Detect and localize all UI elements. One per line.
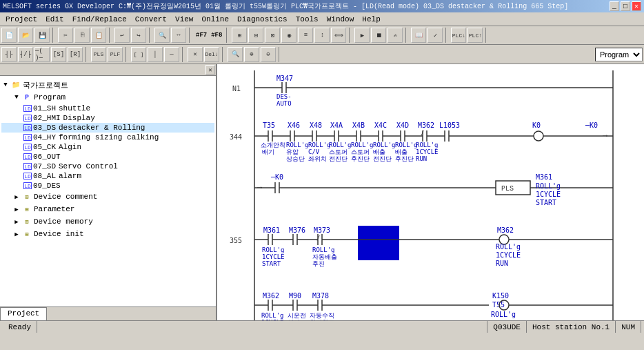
tree-item-04hy[interactable]: LD 04_HY forming sizing calking — [1, 133, 214, 142]
tree-item-02hmi[interactable]: LD 02_HMI Display — [1, 113, 214, 123]
tb-btn-6[interactable]: ↕ — [314, 28, 330, 43]
tb2-reset[interactable]: [R] — [68, 47, 83, 62]
tb-open[interactable]: 📂 — [18, 28, 33, 43]
tb2-pls[interactable]: PLS — [91, 47, 106, 62]
tb2-zoom-out[interactable]: ⊖ — [261, 47, 276, 62]
tb-plc-read[interactable]: PLC↑ — [467, 28, 483, 43]
maximize-button[interactable]: □ — [621, 1, 630, 11]
tb-btn-2[interactable]: ⊟ — [248, 28, 263, 43]
tab-project[interactable]: Project — [0, 307, 47, 320]
item-icon-02hmi: LD — [23, 115, 32, 121]
contact-addr-x4c: X4C — [374, 121, 387, 129]
tb2-vert-line[interactable]: │ — [148, 47, 163, 62]
tb2-plf[interactable]: PLF — [108, 47, 123, 62]
tb-btn-7[interactable]: ⟺ — [331, 28, 346, 43]
menu-window[interactable]: Window — [323, 14, 359, 25]
tb-btn-4[interactable]: ◉ — [281, 28, 296, 43]
tb-replace[interactable]: ↔ — [171, 28, 186, 43]
contact-label-x4ab: 스토퍼 — [329, 148, 348, 155]
tb-copy[interactable]: ⎘ — [74, 28, 90, 43]
menu-edit[interactable]: Edit — [41, 14, 68, 25]
toolbar-sep-4 — [189, 28, 192, 43]
tree-item-03ds[interactable]: LD 03_DS destacker & Rolling — [1, 123, 214, 133]
tree-item-06out[interactable]: LD 06_OUT — [1, 152, 214, 162]
tb-paste[interactable]: 📋 — [91, 28, 106, 43]
coil-label-m362-355c: 1CYCLE — [496, 251, 521, 259]
item-label-07sd: Servo Control — [59, 162, 118, 171]
item-icon-06out: LD — [23, 153, 32, 160]
root-label: 국가프로젝트 — [23, 80, 68, 90]
tree-device-init[interactable]: ▶ ⊞ Device init — [1, 228, 214, 240]
menu-view[interactable]: View — [171, 14, 197, 25]
tb2-search[interactable]: 🔍 — [228, 47, 243, 62]
item-icon-05ck: LD — [23, 144, 32, 150]
status-host: Host station No.1 — [527, 321, 616, 333]
tb-monitor[interactable]: ▶ — [354, 28, 370, 43]
tb-cut[interactable]: ✂ — [58, 28, 73, 43]
tree-item-05ck[interactable]: LD 05_CK Algin — [1, 142, 214, 152]
menu-diagnostics[interactable]: Diagnostics — [233, 14, 292, 25]
contact-label-t35b: 배기 — [262, 148, 274, 155]
program-select[interactable]: Program — [595, 48, 643, 61]
menu-findreplace[interactable]: Find/Replace — [68, 14, 131, 25]
coil-label-m361c: 1CYCLE — [536, 191, 561, 198]
menu-online[interactable]: Online — [197, 14, 233, 25]
tb-read[interactable]: 📖 — [411, 28, 426, 43]
tree-item-09des[interactable]: LD 09_DES — [1, 181, 214, 191]
tb2-zoom-in[interactable]: ⊕ — [244, 47, 259, 62]
tb2-contact[interactable]: ┤├ — [1, 47, 17, 62]
menu-convert[interactable]: Convert — [131, 14, 171, 25]
item-id-06out: 06_OUT — [33, 153, 61, 161]
tb-btn-5[interactable]: ≡ — [298, 28, 313, 43]
tb2-del-row[interactable]: Del↓ — [204, 47, 219, 62]
device-init-expand[interactable]: ▶ — [12, 230, 21, 238]
tb2-h-line[interactable]: ─ — [164, 47, 179, 62]
program-expand[interactable]: ▼ — [12, 93, 21, 101]
tb-save[interactable]: 💾 — [34, 28, 50, 43]
menu-tools[interactable]: Tools — [292, 14, 323, 25]
nc-slash-m362: / — [421, 130, 424, 137]
tb-undo[interactable]: ↩ — [114, 28, 130, 43]
tb-redo[interactable]: ↪ — [131, 28, 146, 43]
parameter-expand[interactable]: ▶ — [12, 205, 21, 213]
tb2-coil[interactable]: ─( )─ — [34, 47, 50, 62]
tb-btn-1[interactable]: ⊞ — [232, 28, 247, 43]
tree-parameter[interactable]: ▶ ⊞ Parameter — [1, 203, 214, 215]
close-button[interactable]: ✕ — [632, 1, 641, 11]
tb-verify[interactable]: ✓ — [427, 28, 443, 43]
tb2-app-instr[interactable]: [ ] — [131, 47, 146, 62]
contact-label-x48b: C/V — [308, 148, 320, 155]
tree-root[interactable]: ▼ 📁 국가프로젝트 — [1, 79, 214, 91]
tb-stop[interactable]: ⏹ — [371, 28, 386, 43]
contact-label-x4cc: 전진단 — [373, 155, 392, 162]
toolbar-sep-5 — [226, 28, 229, 43]
coil-addr-k0-right: ─K0 — [585, 121, 598, 129]
tree-item-07sd[interactable]: LD 07_SD Servo Control — [1, 162, 214, 171]
root-expand[interactable]: ▼ — [1, 81, 10, 89]
tree-item-08al[interactable]: LD 08_AL alarm — [1, 171, 214, 181]
statusbar: Ready Q03UDE Host station No.1 NUM — [0, 320, 644, 333]
tree-device-comment[interactable]: ▶ ⊞ Device comment — [1, 191, 214, 203]
tb-new[interactable]: 📄 — [1, 28, 17, 43]
tree-device-memory[interactable]: ▶ ⊞ Device memory — [1, 215, 214, 228]
tb2-set[interactable]: [S] — [51, 47, 66, 62]
tb-write[interactable]: ✍ — [388, 28, 403, 43]
item-label-08al: alarm — [59, 172, 81, 180]
close-panel-button[interactable]: ✕ — [205, 65, 215, 75]
menu-project[interactable]: Project — [1, 14, 41, 25]
tb2-del[interactable]: ✕ — [188, 47, 203, 62]
tb2-nc-contact[interactable]: ┤/├ — [18, 47, 33, 62]
menu-help[interactable]: Help — [358, 14, 384, 25]
device-memory-expand[interactable]: ▶ — [12, 217, 21, 226]
contact-addr-x4b: X4B — [352, 121, 365, 129]
ladder-panel[interactable]: N1 M347 DES- AUTO 344 — [217, 64, 644, 320]
tb-btn-3[interactable]: ⊠ — [265, 28, 280, 43]
minimize-button[interactable]: _ — [610, 1, 619, 11]
tb-find[interactable]: 🔍 — [154, 28, 170, 43]
tree-program[interactable]: ▼ P Program — [1, 91, 214, 104]
tb-plc-write[interactable]: PLC↓ — [451, 28, 466, 43]
line-num-355: 355 — [230, 237, 242, 244]
contact-label-x4db: 배출 — [395, 148, 407, 155]
device-comment-expand[interactable]: ▶ — [12, 193, 21, 201]
tree-item-01sh[interactable]: LD 01_SH shuttle — [1, 104, 214, 113]
